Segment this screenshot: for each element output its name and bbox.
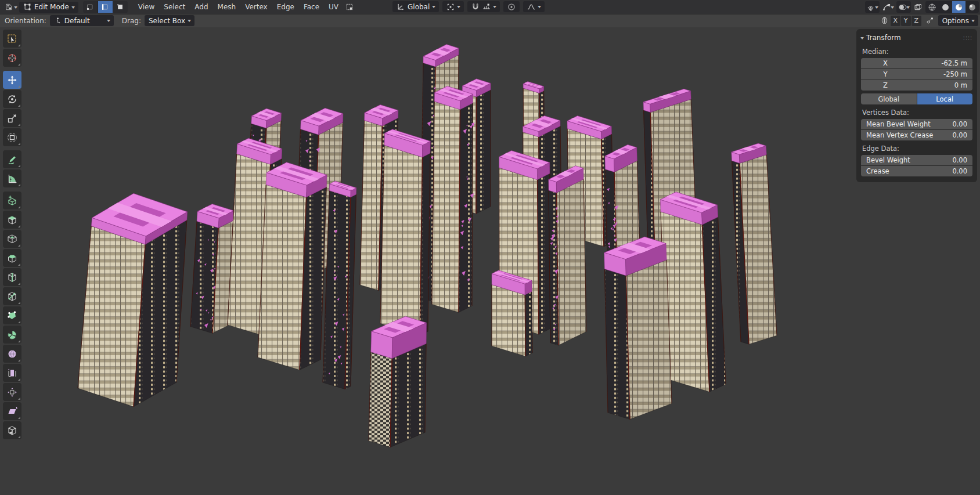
- snap-group[interactable]: ▾: [467, 1, 500, 12]
- tool-annotate[interactable]: [3, 150, 21, 168]
- gizmo-dropdown[interactable]: ▾: [881, 1, 895, 13]
- tool-extrude-region[interactable]: [3, 211, 21, 229]
- mirror-axis-x[interactable]: X: [891, 16, 900, 26]
- building-mesh[interactable]: [78, 193, 188, 407]
- shading-solid[interactable]: [939, 1, 952, 13]
- tool-transform[interactable]: [3, 128, 21, 146]
- tool-corner-indicator: [18, 321, 20, 323]
- chevron-down-icon: ▾: [14, 5, 17, 10]
- median-field-x[interactable]: X-62.5 m: [861, 58, 972, 68]
- field-crease[interactable]: Crease0.00: [861, 166, 972, 176]
- field-value: 0.00: [952, 131, 967, 139]
- building-mesh[interactable]: [380, 129, 430, 335]
- building-mesh[interactable]: [492, 270, 532, 356]
- shading-rendered[interactable]: [965, 1, 979, 13]
- dashed-square-icon[interactable]: [343, 1, 356, 13]
- space-global-button[interactable]: Global: [861, 93, 917, 104]
- tool-scale[interactable]: [3, 109, 21, 127]
- tool-loop-cut[interactable]: [3, 268, 21, 286]
- tool-smooth[interactable]: [3, 345, 21, 363]
- tool-corner-indicator: [18, 104, 20, 107]
- field-mean-vertex-crease[interactable]: Mean Vertex Crease0.00: [861, 130, 972, 140]
- editor-type-button[interactable]: ▾: [2, 1, 19, 13]
- tool-spin[interactable]: [3, 326, 21, 344]
- field-mean-bevel-weight[interactable]: Mean Bevel Weight0.00: [861, 119, 972, 129]
- axis-value: -62.5 m: [905, 59, 967, 67]
- building-mesh[interactable]: [604, 237, 672, 420]
- mirror-axis-y[interactable]: Y: [901, 16, 911, 26]
- tool-inset-faces[interactable]: [3, 230, 21, 248]
- tool-select-box[interactable]: [3, 30, 21, 48]
- transform-panel: ▾ Transform :::: Median: X-62.5 mY-250 m…: [856, 29, 977, 182]
- proportional-edit-group[interactable]: [503, 1, 520, 12]
- viewport-3d[interactable]: [0, 27, 980, 495]
- menu-add[interactable]: Add: [190, 2, 212, 12]
- mirror-axis-z[interactable]: Z: [911, 16, 921, 26]
- chevron-down-icon: ▾: [906, 5, 910, 10]
- menu-mesh[interactable]: Mesh: [213, 2, 241, 12]
- tool-corner-indicator: [18, 143, 20, 145]
- panel-drag-handle[interactable]: ::::: [963, 35, 972, 41]
- tool-corner-indicator: [18, 378, 20, 381]
- header-menus: ViewSelectAddMeshVertexEdgeFaceUV: [134, 2, 343, 12]
- shading-wireframe[interactable]: [925, 1, 939, 13]
- xray-toggle[interactable]: [912, 1, 924, 13]
- tool-add-cube[interactable]: [3, 192, 21, 209]
- select-mode-face[interactable]: [113, 1, 128, 13]
- menu-select[interactable]: Select: [159, 2, 190, 12]
- menu-view[interactable]: View: [134, 2, 159, 12]
- mode-dropdown[interactable]: Edit Mode ▾: [19, 2, 78, 13]
- snap-magnet-icon: [471, 3, 480, 11]
- drag-label: Drag:: [122, 17, 141, 25]
- options-dropdown[interactable]: Options ▾: [938, 15, 978, 26]
- tool-cursor[interactable]: [3, 49, 21, 67]
- field-label: Mean Vertex Crease: [866, 131, 952, 139]
- visibility-icon: [867, 3, 875, 12]
- tool-shear[interactable]: [3, 402, 21, 420]
- tool-shrink-fatten[interactable]: [3, 383, 21, 401]
- transform-settings-cluster: Global ▾ ▾ ▾ ▾: [392, 1, 545, 12]
- chevron-down-icon: ▾: [71, 5, 75, 10]
- edge-data-fields: Bevel Weight0.00Crease0.00: [861, 155, 972, 176]
- select-mode-vertex[interactable]: [83, 1, 98, 13]
- building-mesh[interactable]: [190, 204, 234, 334]
- transform-orientation-dropdown[interactable]: Global ▾: [392, 1, 439, 12]
- panel-collapse-icon[interactable]: ▾: [860, 35, 864, 41]
- tool-edge-slide[interactable]: [3, 364, 21, 382]
- axis-label: X: [866, 59, 905, 67]
- axis-value: 0 m: [905, 81, 967, 89]
- tool-rotate[interactable]: [3, 90, 21, 108]
- overlays-dropdown[interactable]: ▾: [896, 1, 911, 13]
- median-fields: X-62.5 mY-250 mZ0 m: [861, 58, 972, 91]
- tool-rip-region[interactable]: [3, 421, 21, 439]
- tool-corner-indicator: [18, 244, 20, 247]
- drag-mode-dropdown[interactable]: Select Box ▾: [145, 15, 194, 26]
- field-bevel-weight[interactable]: Bevel Weight0.00: [861, 155, 972, 165]
- tool-corner-indicator: [18, 225, 20, 227]
- tool-poly-build[interactable]: [3, 306, 21, 324]
- median-field-z[interactable]: Z0 m: [861, 80, 972, 91]
- falloff-dropdown[interactable]: ▾: [523, 1, 545, 12]
- menu-edge[interactable]: Edge: [272, 2, 299, 12]
- tool-bevel[interactable]: [3, 249, 21, 267]
- menu-vertex[interactable]: Vertex: [240, 2, 272, 12]
- tool-measure[interactable]: [3, 169, 21, 187]
- median-field-y[interactable]: Y-250 m: [861, 69, 972, 80]
- orientation-default-dropdown[interactable]: Default ▾: [50, 15, 114, 26]
- shading-material-preview[interactable]: [952, 1, 965, 13]
- building-mesh[interactable]: [369, 316, 427, 447]
- tool-move[interactable]: [3, 71, 21, 89]
- tool-knife[interactable]: [3, 287, 21, 305]
- building-mesh[interactable]: [549, 166, 586, 345]
- building-mesh[interactable]: [258, 162, 327, 370]
- menu-face[interactable]: Face: [299, 2, 324, 12]
- scene-canvas[interactable]: [0, 27, 980, 495]
- falloff-dashed-icon[interactable]: [925, 16, 934, 25]
- panel-title: Transform: [866, 34, 901, 42]
- visibility-dropdown[interactable]: ▾: [865, 1, 880, 13]
- pivot-point-dropdown[interactable]: ▾: [442, 1, 464, 12]
- select-mode-edge[interactable]: [98, 1, 113, 13]
- menu-uv[interactable]: UV: [324, 2, 343, 12]
- space-local-button[interactable]: Local: [917, 93, 973, 104]
- building-mesh[interactable]: [432, 86, 475, 312]
